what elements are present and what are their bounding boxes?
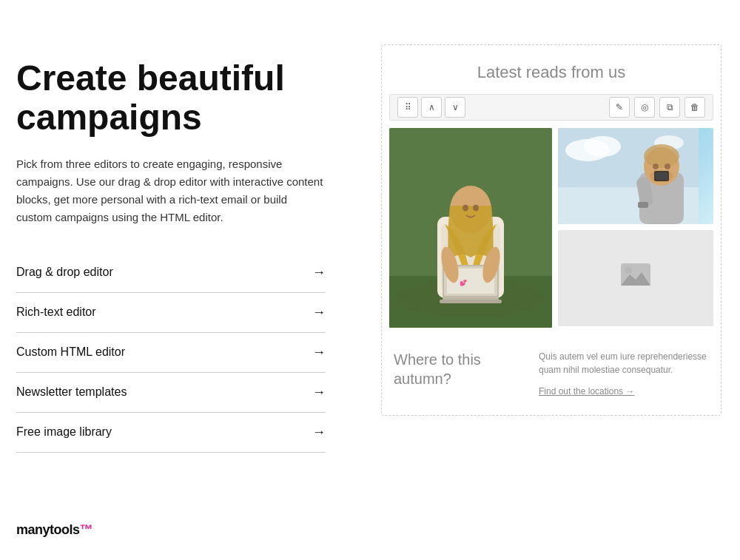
left-panel: Create beautiful campaigns Pick from thr…: [0, 0, 355, 560]
images-right-col: [558, 128, 713, 328]
email-header-section: Latest reads from us: [382, 45, 721, 82]
autumn-link[interactable]: Find out the locations →: [539, 386, 634, 397]
nav-label-newsletter-templates: Newsletter templates: [16, 385, 127, 399]
autumn-heading: Where to this autumn?: [394, 350, 527, 388]
description-text: Pick from three editors to create engagi…: [16, 155, 326, 226]
grip-button[interactable]: ⠿: [397, 97, 418, 118]
eye-icon: ◎: [641, 102, 648, 112]
down-button[interactable]: ∨: [445, 97, 465, 118]
view-button[interactable]: ◎: [634, 97, 655, 118]
chevron-down-icon: ∨: [452, 102, 459, 112]
nav-arrow-html-editor: →: [312, 345, 326, 360]
nav-item-html-editor[interactable]: Custom HTML editor →: [16, 333, 326, 373]
nav-item-rich-text[interactable]: Rich-text editor →: [16, 293, 326, 333]
svg-rect-27: [656, 172, 667, 180]
email-preview: Latest reads from us ⠿ ∧ ∨: [381, 44, 722, 416]
svg-point-22: [644, 144, 679, 168]
nav-arrow-newsletter-templates: →: [312, 385, 326, 400]
svg-point-23: [653, 163, 659, 169]
nav-arrow-rich-text: →: [312, 305, 326, 320]
copy-icon: ⧉: [667, 102, 673, 112]
nav-item-image-library[interactable]: Free image library →: [16, 413, 326, 453]
nav-item-newsletter-templates[interactable]: Newsletter templates →: [16, 373, 326, 413]
nav-label-image-library: Free image library: [16, 425, 112, 439]
nav-item-drag-drop[interactable]: Drag & drop editor →: [16, 253, 326, 293]
svg-text:💕: 💕: [460, 279, 467, 286]
logo-text: manytools™: [16, 522, 92, 537]
svg-point-18: [584, 136, 621, 157]
copy-button[interactable]: ⧉: [659, 97, 680, 118]
nav-label-drag-drop: Drag & drop editor: [16, 266, 113, 279]
svg-rect-29: [638, 202, 648, 208]
delete-button[interactable]: 🗑: [684, 97, 705, 118]
image-woman-laptop: 💕: [389, 128, 552, 328]
email-images-section: 💕: [382, 121, 721, 335]
nav-list: Drag & drop editor → Rich-text editor → …: [16, 253, 326, 453]
main-heading: Create beautiful campaigns: [16, 59, 326, 138]
right-panel: Latest reads from us ⠿ ∧ ∨: [355, 0, 740, 560]
nav-label-rich-text: Rich-text editor: [16, 306, 96, 319]
nav-arrow-drag-drop: →: [312, 265, 326, 280]
nav-arrow-image-library: →: [312, 425, 326, 440]
toolbar-right: ✎ ◎ ⧉ 🗑: [609, 97, 705, 118]
email-bottom-section: Where to this autumn? Quis autem vel eum…: [382, 335, 721, 415]
grip-icon: ⠿: [405, 102, 411, 112]
svg-point-7: [473, 205, 479, 212]
autumn-text-block: Quis autem vel eum iure reprehenderiesse…: [539, 350, 709, 397]
edit-button[interactable]: ✎: [609, 97, 630, 118]
svg-point-32: [625, 266, 632, 274]
up-button[interactable]: ∧: [421, 97, 442, 118]
trash-icon: 🗑: [690, 102, 699, 112]
svg-rect-10: [440, 300, 502, 303]
svg-point-24: [665, 163, 670, 169]
autumn-body-text: Quis autem vel eum iure reprehenderiesse…: [539, 350, 709, 377]
chevron-up-icon: ∧: [428, 102, 435, 112]
email-title: Latest reads from us: [397, 63, 706, 82]
logo: manytools™: [16, 522, 92, 538]
email-toolbar: ⠿ ∧ ∨ ✎ ◎ ⧉: [389, 94, 713, 121]
edit-icon: ✎: [616, 102, 623, 112]
nav-label-html-editor: Custom HTML editor: [16, 345, 125, 359]
toolbar-left: ⠿ ∧ ∨: [397, 97, 465, 118]
svg-point-6: [462, 205, 468, 212]
image-placeholder: [558, 230, 713, 326]
image-man-phone: [558, 128, 713, 224]
